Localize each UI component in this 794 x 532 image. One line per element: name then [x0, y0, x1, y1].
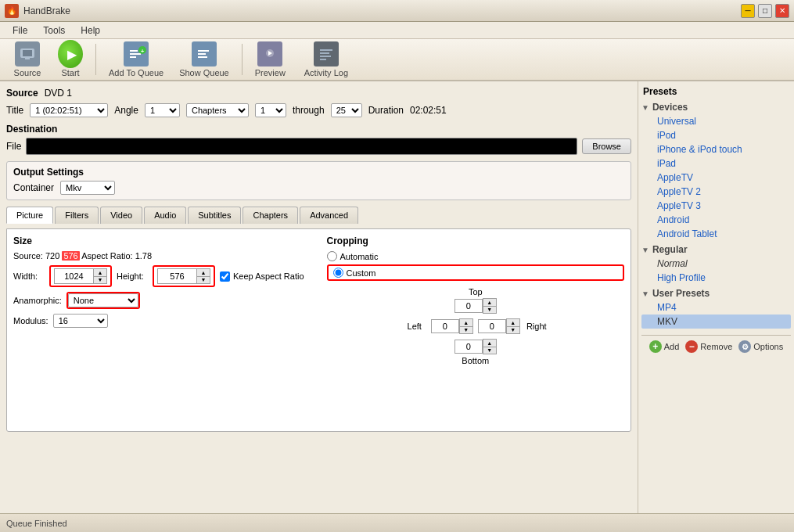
options-preset-label: Options [753, 342, 783, 351]
keep-aspect-checkbox[interactable] [220, 271, 230, 282]
anamorphic-select-wrap: None Strict Loose Custom [66, 292, 140, 309]
preset-actions: + Add − Remove ⚙ Options [641, 335, 791, 354]
anamorphic-label: Anamorphic: [13, 296, 62, 305]
add-preset-icon: + [649, 340, 662, 353]
menu-help[interactable]: Help [73, 23, 108, 38]
tab-video[interactable]: Video [100, 207, 142, 224]
browse-button[interactable]: Browse [582, 138, 631, 154]
height-down-button[interactable]: ▼ [197, 277, 210, 284]
width-input[interactable] [54, 268, 93, 284]
through-label: through [293, 105, 325, 116]
remove-preset-button[interactable]: − Remove [685, 340, 732, 353]
tab-audio[interactable]: Audio [144, 207, 186, 224]
svg-rect-16 [265, 59, 275, 62]
modulus-select[interactable]: 16 8 4 2 1 [53, 314, 108, 328]
source-button[interactable]: Source [6, 38, 49, 81]
add-preset-label: Add [664, 342, 680, 351]
preset-mkv[interactable]: MKV [641, 315, 791, 329]
container-select[interactable]: Mkv Mp4 [60, 181, 115, 195]
crop-bottom-up[interactable]: ▲ [483, 340, 496, 347]
height-input[interactable] [157, 268, 196, 284]
regular-group-label: Regular [652, 244, 688, 255]
preset-appletv2[interactable]: AppleTV 2 [641, 185, 791, 199]
automatic-radio[interactable] [327, 251, 337, 261]
crop-left-input[interactable] [431, 319, 459, 333]
tab-content-picture: Size Source: 720 576 Aspect Ratio: 1.78 … [6, 228, 631, 432]
width-down-button[interactable]: ▼ [94, 277, 106, 284]
width-up-button[interactable]: ▲ [94, 269, 106, 277]
preset-mp4[interactable]: MP4 [641, 300, 791, 315]
tab-subtitles[interactable]: Subtitles [188, 207, 241, 224]
crop-bottom-spinner-buttons: ▲ ▼ [483, 339, 497, 354]
activity-log-button[interactable]: Activity Log [295, 38, 357, 81]
crop-right-input[interactable] [478, 319, 506, 333]
close-button[interactable]: ✕ [775, 4, 789, 18]
preset-universal[interactable]: Universal [641, 114, 791, 128]
show-queue-label: Show Queue [179, 68, 229, 77]
menu-bar: File Tools Help [0, 22, 794, 39]
preset-normal[interactable]: Normal [641, 257, 791, 271]
preset-group-user[interactable]: ▼ User Presets [641, 288, 791, 299]
source-field-value: DVD 1 [45, 88, 72, 99]
chapter-to-select[interactable]: 25 [331, 103, 362, 117]
duration-label: Duration [368, 105, 404, 116]
menu-file[interactable]: File [5, 23, 35, 38]
show-queue-button[interactable]: Show Queue [173, 38, 235, 81]
automatic-label: Automatic [340, 252, 379, 261]
crop-top-down[interactable]: ▼ [483, 307, 496, 314]
height-up-button[interactable]: ▲ [197, 269, 210, 277]
menu-tools[interactable]: Tools [35, 23, 73, 38]
custom-radio[interactable] [333, 268, 343, 278]
minimize-button[interactable]: ─ [741, 4, 755, 18]
add-queue-button[interactable]: + Add To Queue [102, 38, 170, 81]
keep-aspect-label[interactable]: Keep Aspect Ratio [220, 271, 304, 282]
container-row: Container Mkv Mp4 [13, 181, 624, 195]
maximize-button[interactable]: □ [758, 4, 772, 18]
preset-android-tablet[interactable]: Android Tablet [641, 227, 791, 241]
anamorphic-select[interactable]: None Strict Loose Custom [68, 293, 138, 307]
preset-group-devices[interactable]: ▼ Devices [641, 102, 791, 113]
anamorphic-row: Anamorphic: None Strict Loose Custom [13, 292, 311, 309]
preset-iphone-ipod[interactable]: iPhone & iPod touch [641, 142, 791, 156]
add-preset-button[interactable]: + Add [649, 340, 680, 353]
tab-advanced[interactable]: Advanced [300, 207, 358, 224]
preset-ipod[interactable]: iPod [641, 128, 791, 142]
preset-high-profile[interactable]: High Profile [641, 271, 791, 285]
app-icon: 🔥 [5, 4, 19, 18]
preset-appletv3[interactable]: AppleTV 3 [641, 199, 791, 213]
tab-picture[interactable]: Picture [6, 207, 53, 224]
custom-radio-box[interactable]: Custom [327, 264, 625, 281]
preset-ipad[interactable]: iPad [641, 156, 791, 171]
tab-chapters[interactable]: Chapters [243, 207, 298, 224]
preview-button[interactable]: Preview [249, 38, 292, 81]
crop-top-up[interactable]: ▲ [483, 299, 496, 307]
tab-filters[interactable]: Filters [55, 207, 99, 224]
crop-bottom-input[interactable] [454, 340, 483, 354]
preset-android[interactable]: Android [641, 213, 791, 227]
picture-content: Size Source: 720 576 Aspect Ratio: 1.78 … [13, 235, 624, 365]
start-button[interactable]: ▶ Start [52, 38, 89, 81]
chapters-type-select[interactable]: Chapters [186, 103, 249, 117]
crop-top-label: Top [464, 287, 487, 297]
crop-bottom-label: Bottom [462, 356, 489, 365]
user-group-label: User Presets [652, 288, 710, 299]
preset-group-regular[interactable]: ▼ Regular [641, 244, 791, 255]
modulus-label: Modulus: [13, 316, 49, 325]
crop-top-input[interactable] [454, 299, 483, 313]
crop-left-down[interactable]: ▼ [460, 327, 472, 334]
angle-select[interactable]: 1 [145, 103, 180, 117]
svg-rect-1 [23, 50, 32, 56]
file-path-field[interactable] [26, 138, 577, 155]
options-preset-button[interactable]: ⚙ Options [738, 340, 783, 353]
chapter-from-select[interactable]: 1 [255, 103, 286, 117]
title-select[interactable]: 1 (02:02:51) [30, 103, 108, 117]
svg-rect-4 [130, 50, 138, 52]
crop-left-up[interactable]: ▲ [460, 319, 472, 327]
preset-appletv[interactable]: AppleTV [641, 171, 791, 185]
show-queue-icon [192, 41, 217, 66]
source-row: Source DVD 1 [6, 88, 631, 99]
crop-bottom-down[interactable]: ▼ [483, 347, 496, 354]
crop-right-up[interactable]: ▲ [507, 319, 519, 327]
crop-right-down[interactable]: ▼ [507, 327, 519, 334]
svg-rect-21 [320, 59, 326, 60]
